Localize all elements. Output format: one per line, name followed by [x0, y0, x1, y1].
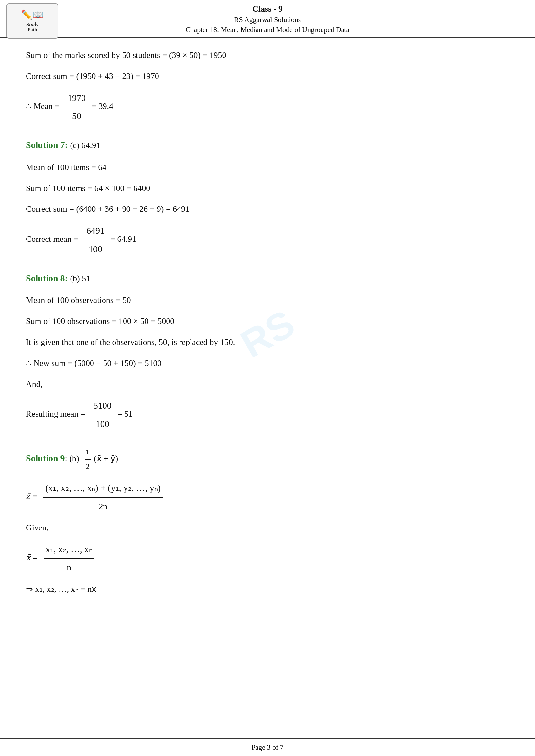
sol7-line2: Sum of 100 items = 64 × 100 = 6400	[26, 181, 509, 196]
sol9-label: Solution 9	[26, 453, 65, 463]
sol9-answer-prefix: : (b)	[65, 454, 79, 463]
solution-8-block: Solution 8: (b) 51 Mean of 100 observati…	[26, 270, 509, 432]
sol9-xbar-fraction: x₁, x₂, …, xₙ n	[44, 541, 95, 576]
sol7-mean-line: Correct mean = 6491 100 = 64.91	[26, 223, 509, 257]
sol8-resulting-line: Resulting mean = 5100 100 = 51	[26, 397, 509, 432]
solution-7-block: Solution 7: (c) 64.91 Mean of 100 items …	[26, 137, 509, 257]
sol8-header: Solution 8: (b) 51	[26, 270, 509, 286]
sol8-numerator: 5100	[92, 397, 114, 415]
sol9-zbar-lhs: z̄ =	[26, 492, 39, 501]
sol9-zbar-denominator: 2n	[97, 498, 109, 515]
sol6-therefore: ∴ Mean =	[26, 101, 62, 111]
sol9-xbar-eq: x̄ = x₁, x₂, …, xₙ n	[26, 541, 509, 576]
sol8-line1: Mean of 100 observations = 50	[26, 293, 509, 308]
sol7-fraction: 6491 100	[84, 223, 106, 257]
sol9-zbar-numerator: (x₁, x₂, …, xₙ) + (y₁, y₂, …, yₙ)	[43, 480, 163, 498]
sol9-answer-suffix: (x̄ + ȳ)	[94, 454, 118, 463]
header-class: Class - 9	[0, 3, 535, 15]
sol9-zbar-fraction: (x₁, x₂, …, xₙ) + (y₁, y₂, …, yₙ) 2n	[43, 480, 163, 515]
sol6-numerator: 1970	[66, 90, 88, 107]
sol6-mean-line: ∴ Mean = 1970 50 = 39.4	[26, 90, 509, 124]
sol6-line1: Sum of the marks scored by 50 students =…	[26, 48, 509, 63]
main-content: RS Sum of the marks scored by 50 student…	[0, 38, 535, 629]
content-inner: Sum of the marks scored by 50 students =…	[26, 48, 509, 597]
sol9-inline-fraction: 1 2	[85, 445, 91, 473]
sol9-given-text: Given,	[26, 520, 509, 536]
sol8-line2: Sum of 100 observations = 100 × 50 = 500…	[26, 314, 509, 329]
sol8-denominator: 100	[94, 415, 111, 432]
sol7-correct-mean-text: Correct mean =	[26, 235, 80, 244]
solution-9-block: Solution 9: (b) 1 2 (x̄ + ȳ) z̄ = (x₁, x…	[26, 445, 509, 597]
logo-icon: ✏️📖	[21, 9, 44, 20]
solution-6-block: Sum of the marks scored by 50 students =…	[26, 48, 509, 124]
header-book: RS Aggarwal Solutions	[0, 15, 535, 25]
sol7-numerator: 6491	[84, 223, 106, 240]
page-footer: Page 3 of 7	[0, 738, 535, 756]
page-header: ✏️📖 StudyPath Class - 9 RS Aggarwal Solu…	[0, 0, 535, 38]
sol7-header: Solution 7: (c) 64.91	[26, 137, 509, 153]
sol7-line1: Mean of 100 items = 64	[26, 160, 509, 175]
sol9-header-line: Solution 9: (b) 1 2 (x̄ + ȳ)	[26, 445, 509, 473]
sol9-given: Given,	[26, 520, 509, 536]
sol8-resulting-text: Resulting mean =	[26, 410, 85, 419]
sol7-answer: (c) 64.91	[70, 141, 100, 150]
sol8-line5: And,	[26, 377, 509, 392]
sol8-line4: ∴ New sum = (5000 − 50 + 150) = 5100	[26, 356, 509, 371]
header-chapter: Chapter 18: Mean, Median and Mode of Ung…	[0, 25, 535, 35]
sol7-denominator: 100	[87, 240, 104, 257]
sol8-label: Solution 8:	[26, 273, 68, 283]
sol7-line3: Correct sum = (6400 + 36 + 90 − 26 − 9) …	[26, 202, 509, 217]
sol9-zbar-eq: z̄ = (x₁, x₂, …, xₙ) + (y₁, y₂, …, yₙ) 2…	[26, 480, 509, 515]
sol9-xbar-numerator: x₁, x₂, …, xₙ	[44, 541, 95, 559]
sol6-line2: Correct sum = (1950 + 43 − 23) = 1970	[26, 69, 509, 84]
sol9-implication: ⇒ x₁, x₂, …, xₙ = nx̄	[26, 582, 509, 597]
sol9-frac-den: 2	[85, 460, 91, 473]
sol8-fraction: 5100 100	[92, 397, 114, 432]
sol9-xbar-lhs: x̄ =	[26, 553, 40, 562]
sol7-result: = 64.91	[110, 235, 136, 244]
sol9-frac-num: 1	[85, 445, 91, 460]
page-number: Page 3 of 7	[251, 743, 284, 751]
sol8-result: = 51	[117, 410, 133, 419]
sol6-denominator: 50	[70, 107, 83, 124]
sol9-xbar-denominator: n	[65, 559, 73, 576]
sol8-line3: It is given that one of the observations…	[26, 335, 509, 350]
sol7-label: Solution 7:	[26, 140, 68, 150]
sol6-fraction: 1970 50	[66, 90, 88, 124]
sol6-result: = 39.4	[92, 101, 113, 111]
sol8-answer: (b) 51	[70, 274, 90, 283]
logo: ✏️📖 StudyPath	[7, 3, 58, 39]
logo-text: StudyPath	[26, 21, 38, 33]
